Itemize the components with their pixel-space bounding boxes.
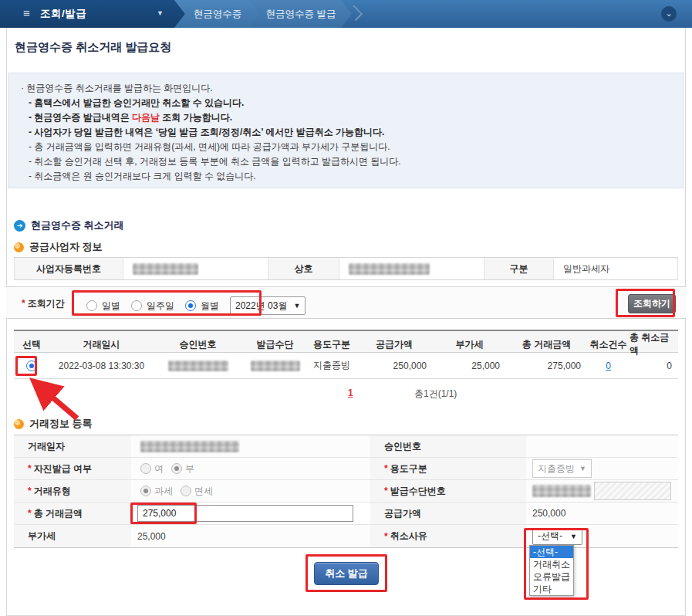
notice-line: - 취소할 승인거래 선택 후, 거래정보 등록 부분에 취소 금액을 입력하고…: [21, 154, 684, 169]
radio-self-issue-no[interactable]: [171, 463, 182, 474]
dropdown-option[interactable]: -선택-: [530, 546, 573, 558]
chevron-down-icon: ▼: [293, 302, 300, 310]
total-amount-cell: [131, 503, 370, 525]
radio-tax-exempt[interactable]: [181, 486, 191, 496]
usage-value: 지출증빙▼: [526, 458, 678, 480]
row-total-amount: 275,000: [506, 353, 587, 378]
section-title: 거래정보 등록: [29, 417, 93, 431]
self-issue-label: *자진발급 여부: [14, 458, 131, 480]
month-select[interactable]: 2022년 03월▼: [230, 296, 305, 315]
radio-weekly[interactable]: [131, 300, 142, 311]
usage-select[interactable]: 지출증빙▼: [532, 459, 592, 478]
trade-date-value: [131, 435, 370, 458]
notice-line: - 현금영수증 발급내역은 다음날 조회 가능합니다.: [21, 110, 684, 125]
row-select-cell: [14, 353, 49, 378]
issue-means-value: [526, 480, 678, 503]
section-title: 현금영수증 취소거래: [31, 218, 124, 232]
cancel-count-link[interactable]: 0: [606, 360, 611, 371]
biz-no-value: [123, 258, 268, 279]
approval-no-label: 승인번호: [370, 435, 526, 458]
redacted-value: [251, 360, 300, 371]
radio-tax-exempt-label: 면세: [194, 485, 213, 498]
chevron-down-icon: ▼: [579, 465, 586, 472]
radio-monthly[interactable]: [185, 300, 196, 311]
vat-value: 25,000: [131, 525, 370, 547]
cancel-reason-cell: -선택-▼: [526, 525, 678, 547]
main-menu-tab[interactable]: ≡ 조회/발급 ▼: [0, 0, 185, 28]
section-bullet-icon: [14, 242, 24, 252]
hamburger-icon[interactable]: ≡: [23, 6, 30, 19]
notice-line: - 사업자가 당일 발급한 내역은 ‘당일 발급 조회/정정/취소’ 에서만 발…: [21, 125, 684, 140]
self-issue-value: 여 부: [131, 458, 370, 480]
section-arrow-icon: ➔: [14, 220, 25, 232]
search-button[interactable]: 조회하기: [628, 294, 676, 313]
notice-box: · 현금영수증 취소거래를 발급하는 화면입니다. - 홈택스에서 발급한 승인…: [8, 73, 684, 188]
trade-type-label: *거래유형: [14, 480, 131, 503]
row-vat: 25,000: [433, 353, 506, 378]
cash-receipt-cancel-page: ≡ 조회/발급 ▼ 현금영수증 현금영수증 발급 ⌄ 현금영수증 취소거래 발급…: [0, 0, 692, 616]
page-title: 현금영수증 취소거래 발급요청: [15, 40, 171, 55]
cancel-reason-select[interactable]: -선택-▼: [532, 528, 582, 545]
section-register-info: 거래정보 등록: [14, 417, 93, 431]
radio-self-issue-yes[interactable]: [140, 463, 151, 474]
section-bullet-icon: [14, 419, 24, 429]
issue-means-disabled-input: [594, 482, 671, 500]
row-datetime: 2022-03-08 13:30:30: [49, 353, 154, 378]
cancel-reason-dropdown: -선택- 거래취소 오류발급 기타: [529, 545, 574, 596]
row-select-radio[interactable]: [26, 360, 37, 371]
query-period-label: *조회기간: [22, 297, 65, 310]
query-period-row: *조회기간 일별 일주일 월별 2022년 03월▼ 조회하기: [6, 286, 686, 319]
breadcrumb-cash-receipt[interactable]: 현금영수증: [174, 0, 261, 28]
results-header-row: 선택 거래일시 승인번호 발급수단 용도구분 공급가액 부가세 총 거래금액 취…: [14, 330, 678, 353]
radio-weekly-label: 일주일: [147, 300, 174, 313]
dropdown-option[interactable]: 오류발급: [530, 570, 573, 583]
trade-name-label: 상호: [268, 258, 339, 279]
vat-label: 부가세: [14, 525, 131, 547]
page-total-text: 총1건(1/1): [414, 388, 457, 401]
radio-self-issue-yes-label: 여: [154, 462, 164, 476]
required-mark: *: [384, 463, 388, 474]
breadcrumb-cash-receipt-issue[interactable]: 현금영수증 발급: [250, 0, 352, 28]
issue-means-label: *발급수단번호: [370, 480, 526, 503]
breadcrumb-chevron-icon: [347, 5, 363, 21]
required-mark: *: [28, 486, 32, 496]
trade-type-value: 과세 면세: [131, 480, 370, 503]
table-row: 2022-03-08 13:30:30 지출증빙 250,000 25,000 …: [14, 353, 678, 379]
row-cancel-count-cell: 0: [587, 353, 630, 378]
radio-self-issue-no-label: 부: [185, 462, 194, 476]
supplier-info-table: 사업자등록번호 상호 구분 일반과세자: [14, 257, 678, 280]
supply-amount-value: 250,000: [526, 503, 678, 525]
register-form-table: 거래일자 승인번호 *자진발급 여부 여 부 *용도구분 지출증빙▼ *거래유형…: [14, 435, 678, 548]
redacted-value: [532, 485, 591, 497]
required-mark: *: [22, 298, 25, 309]
notice-line: · 현금영수증 취소거래를 발급하는 화면입니다.: [21, 81, 684, 96]
chevron-down-icon: ▼: [570, 533, 577, 540]
cancel-issue-button[interactable]: 취소 발급: [314, 562, 379, 585]
supply-amount-label: 공급가액: [370, 503, 526, 525]
radio-taxable[interactable]: [140, 486, 151, 496]
approval-no-value: [526, 435, 678, 458]
required-mark: *: [28, 508, 32, 519]
required-mark: *: [28, 463, 32, 474]
row-issue-means: [242, 353, 308, 378]
total-amount-input[interactable]: [137, 505, 353, 522]
dropdown-option[interactable]: 거래취소: [530, 558, 573, 570]
type-label: 구분: [484, 258, 554, 279]
collapse-topbar-button[interactable]: ⌄: [661, 6, 677, 22]
cancel-reason-label: *취소사유: [370, 525, 526, 547]
biz-no-label: 사업자등록번호: [14, 258, 123, 279]
page-number-link[interactable]: 1: [348, 388, 353, 398]
pagination: 1 총1건(1/1): [0, 388, 692, 403]
menu-caret-icon[interactable]: ▼: [157, 9, 164, 17]
dropdown-option[interactable]: 기타: [530, 583, 573, 595]
row-approval-no: [154, 353, 242, 378]
menu-label: 조회/발급: [40, 7, 86, 21]
query-period-radio-group: 일별 일주일 월별 2022년 03월▼: [86, 296, 305, 315]
redacted-value: [133, 263, 198, 275]
top-navigation-bar: ≡ 조회/발급 ▼ 현금영수증 현금영수증 발급 ⌄: [0, 0, 692, 28]
notice-line: - 총 거래금액을 입력하면 거래유형(과세, 면세)에 따라 공급가액과 부가…: [21, 140, 684, 154]
section-cancel-trade: ➔ 현금영수증 취소거래: [14, 218, 124, 232]
radio-monthly-label: 월별: [201, 300, 219, 313]
radio-daily[interactable]: [86, 300, 97, 311]
total-amount-label: *총 거래금액: [14, 503, 131, 525]
